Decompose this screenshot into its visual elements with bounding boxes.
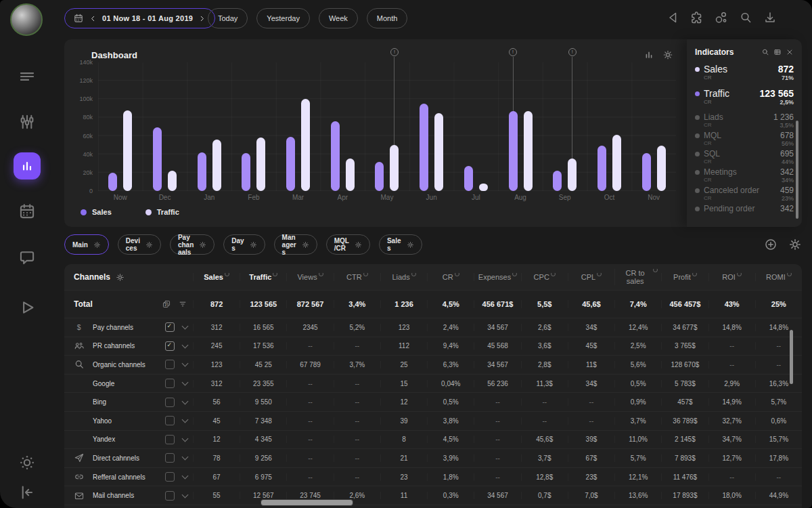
indicator-item[interactable]: Liads1 236CR3,5%: [695, 112, 794, 129]
chip-settings-icon[interactable]: [93, 241, 101, 249]
row-checkbox[interactable]: [165, 435, 175, 444]
bar-traffic-nov[interactable]: [657, 62, 666, 191]
bar-traffic-jun[interactable]: [434, 62, 443, 191]
legend-item-traffic[interactable]: Traffic: [145, 208, 179, 216]
column-header-cpl[interactable]: CPL: [568, 273, 614, 281]
annotation-marker[interactable]: !: [513, 57, 514, 111]
row-chevron-down-icon[interactable]: [182, 473, 189, 480]
bar-traffic-dec[interactable]: [168, 62, 177, 191]
column-header-liads[interactable]: Liads: [380, 273, 427, 281]
indicator-item[interactable]: Pending order342: [695, 204, 794, 213]
column-header-profit[interactable]: Profit: [661, 273, 708, 281]
row-checkbox[interactable]: [165, 491, 175, 501]
row-chevron-down-icon[interactable]: [182, 341, 189, 348]
row-chevron-down-icon[interactable]: [182, 323, 189, 330]
indicators-search-icon[interactable]: [761, 48, 769, 56]
filter-chip-main[interactable]: Main: [64, 234, 109, 255]
indicator-item[interactable]: MQL678CR56%: [695, 131, 794, 147]
bar-sales-jul[interactable]: [464, 62, 473, 191]
row-checkbox[interactable]: [165, 379, 175, 388]
bar-traffic-now[interactable]: [123, 62, 132, 191]
column-header-romi[interactable]: ROMI: [755, 273, 802, 281]
theme-icon[interactable]: [18, 453, 37, 472]
row-chevron-down-icon[interactable]: [182, 398, 189, 404]
date-range-picker[interactable]: 01 Now 18 - 01 Aug 2019: [64, 8, 215, 28]
indicators-close-icon[interactable]: [786, 48, 794, 56]
row-chevron-down-icon[interactable]: [182, 417, 189, 423]
share-icon[interactable]: [715, 11, 728, 24]
row-checkbox[interactable]: [165, 472, 175, 482]
bar-traffic-apr[interactable]: [346, 62, 355, 191]
bar-sales-aug[interactable]: !: [509, 62, 518, 191]
bar-sales-jan[interactable]: [198, 62, 206, 191]
bar-sales-feb[interactable]: [242, 62, 250, 191]
column-header-cr-to-sales[interactable]: CR to sales: [614, 269, 661, 285]
filter-chip-day-s[interactable]: Day s: [223, 234, 265, 255]
chart-type-icon[interactable]: [644, 49, 654, 60]
bar-traffic-feb[interactable]: [256, 62, 265, 191]
bar-sales-oct[interactable]: [597, 62, 606, 191]
row-chevron-down-icon[interactable]: [182, 491, 189, 498]
indicator-item[interactable]: Canceled order459CR23%: [695, 186, 794, 202]
menu-icon[interactable]: [18, 67, 37, 86]
bar-sales-now[interactable]: [108, 62, 117, 191]
row-chevron-down-icon[interactable]: [182, 435, 189, 442]
indicators-scrollbar[interactable]: [796, 121, 798, 219]
bar-sales-nov[interactable]: [642, 62, 651, 191]
calendar-nav-icon[interactable]: [18, 202, 37, 221]
bar-traffic-sep[interactable]: !: [568, 62, 577, 191]
chip-settings-icon[interactable]: [199, 241, 206, 249]
table-horizontal-scrollbar[interactable]: [261, 499, 353, 506]
indicator-item[interactable]: Sales872CR71%: [695, 64, 794, 81]
filter-chip-pay-chan-aals[interactable]: Pay chan aals: [170, 234, 215, 255]
bar-sales-sep[interactable]: [553, 62, 562, 191]
dashboard-icon[interactable]: [14, 152, 41, 179]
bar-sales-mar[interactable]: [286, 62, 295, 191]
filter-chip-mql-/cr[interactable]: MQL /CR: [326, 234, 370, 255]
annotation-marker[interactable]: !: [572, 57, 572, 158]
avatar[interactable]: [10, 3, 43, 36]
download-icon[interactable]: [763, 11, 777, 24]
column-header-views[interactable]: Views: [286, 273, 333, 281]
column-header-traffic[interactable]: Traffic: [240, 273, 286, 281]
bar-traffic-jul[interactable]: [479, 62, 488, 191]
channels-settings-icon[interactable]: [116, 273, 125, 282]
legend-item-sales[interactable]: Sales: [81, 208, 112, 216]
row-chevron-down-icon[interactable]: [182, 360, 189, 367]
row-chevron-down-icon[interactable]: [182, 379, 189, 386]
back-icon[interactable]: [666, 11, 679, 24]
annotation-marker[interactable]: !: [394, 57, 394, 145]
filter-icon[interactable]: [178, 299, 187, 309]
compare-icon[interactable]: 2: [162, 299, 171, 309]
filter-chip-devi-ces[interactable]: Devi ces: [118, 234, 161, 255]
bar-traffic-mar[interactable]: [301, 62, 310, 191]
bar-sales-jun[interactable]: [420, 62, 428, 191]
filter-chip-man-ager-s[interactable]: Man ager s: [274, 234, 317, 255]
row-chevron-down-icon[interactable]: [182, 454, 189, 461]
extensions-icon[interactable]: [690, 11, 704, 24]
bar-traffic-jan[interactable]: [212, 62, 221, 191]
chip-settings-icon[interactable]: [250, 241, 257, 249]
bar-traffic-may[interactable]: !: [390, 62, 399, 191]
quick-range-button-month[interactable]: Month: [367, 8, 408, 28]
chip-settings-icon[interactable]: [302, 241, 309, 249]
indicator-item[interactable]: Meetings342CR34%: [695, 167, 794, 184]
bar-traffic-oct[interactable]: [612, 62, 621, 191]
row-checkbox[interactable]: [165, 341, 175, 351]
column-header-sales[interactable]: Sales: [193, 273, 240, 281]
indicator-item[interactable]: Traffic123 565CR2,5%: [695, 88, 794, 106]
bar-sales-apr[interactable]: [331, 62, 340, 191]
play-icon[interactable]: [18, 298, 37, 317]
chip-settings-icon[interactable]: [145, 241, 153, 249]
quick-range-button-today[interactable]: Today: [208, 8, 248, 28]
bar-sales-dec[interactable]: [153, 62, 162, 191]
quick-range-button-week[interactable]: Week: [319, 8, 358, 28]
bar-traffic-aug[interactable]: [524, 62, 533, 191]
quick-range-button-yesterday[interactable]: Yesterday: [256, 8, 310, 28]
table-vertical-scrollbar[interactable]: [790, 330, 793, 384]
row-checkbox[interactable]: [165, 416, 175, 425]
column-header-roi[interactable]: ROI: [708, 273, 755, 281]
add-filter-icon[interactable]: [764, 238, 777, 251]
bar-sales-may[interactable]: [375, 62, 384, 191]
collapse-sidebar-icon[interactable]: [18, 483, 37, 502]
